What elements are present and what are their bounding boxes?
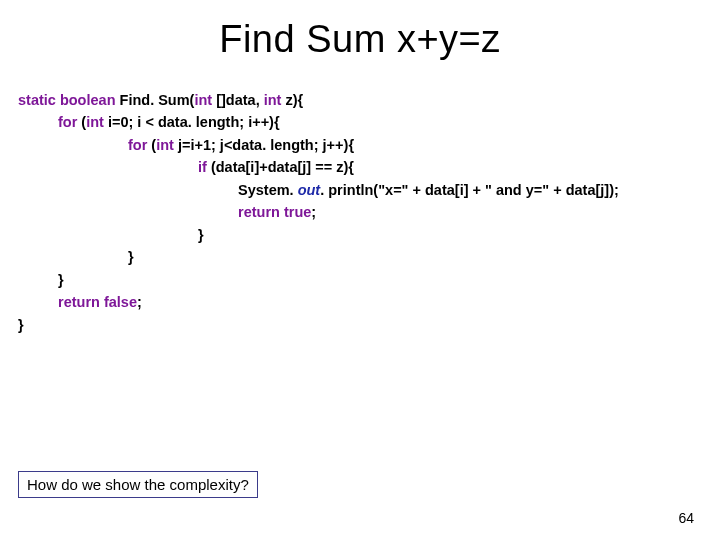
footer-question: How do we show the complexity? (18, 471, 258, 498)
code-text: i=0; i < data. length; i++){ (108, 114, 280, 130)
code-text: ; (311, 204, 316, 220)
code-line: if (data[i]+data[j] == z){ (18, 156, 720, 178)
code-line: for (int j=i+1; j<data. length; j++){ (18, 134, 720, 156)
code-text: out (298, 182, 321, 198)
code-line: } (18, 314, 720, 336)
code-line: System. out. println("x=" + data[i] + " … (18, 179, 720, 201)
code-line: } (18, 269, 720, 291)
keyword: int (264, 92, 286, 108)
code-text: []data, (216, 92, 264, 108)
code-text: z){ (285, 92, 303, 108)
page-number: 64 (678, 510, 694, 526)
code-line: } (18, 246, 720, 268)
code-text: } (58, 272, 64, 288)
code-text: } (128, 249, 134, 265)
code-text: } (18, 317, 24, 333)
code-line: static boolean Find. Sum(int []data, int… (18, 89, 720, 111)
code-line: for (int i=0; i < data. length; i++){ (18, 111, 720, 133)
keyword: for (58, 114, 81, 130)
keyword: return false (58, 294, 137, 310)
code-block: static boolean Find. Sum(int []data, int… (18, 89, 720, 336)
code-text: System. (238, 182, 298, 198)
keyword: if (198, 159, 211, 175)
keyword: static boolean (18, 92, 120, 108)
code-text: ; (137, 294, 142, 310)
code-text: j=i+1; j<data. length; j++){ (178, 137, 354, 153)
keyword: int (194, 92, 216, 108)
keyword: int (86, 114, 108, 130)
code-line: } (18, 224, 720, 246)
code-text: } (198, 227, 204, 243)
code-text: Find. Sum( (120, 92, 195, 108)
keyword: for (128, 137, 151, 153)
code-text: (data[i]+data[j] == z){ (211, 159, 354, 175)
slide-title: Find Sum x+y=z (0, 18, 720, 61)
code-line: return true; (18, 201, 720, 223)
code-line: return false; (18, 291, 720, 313)
keyword: int (156, 137, 178, 153)
code-text: . println("x=" + data[i] + " and y=" + d… (320, 182, 619, 198)
keyword: return true (238, 204, 311, 220)
